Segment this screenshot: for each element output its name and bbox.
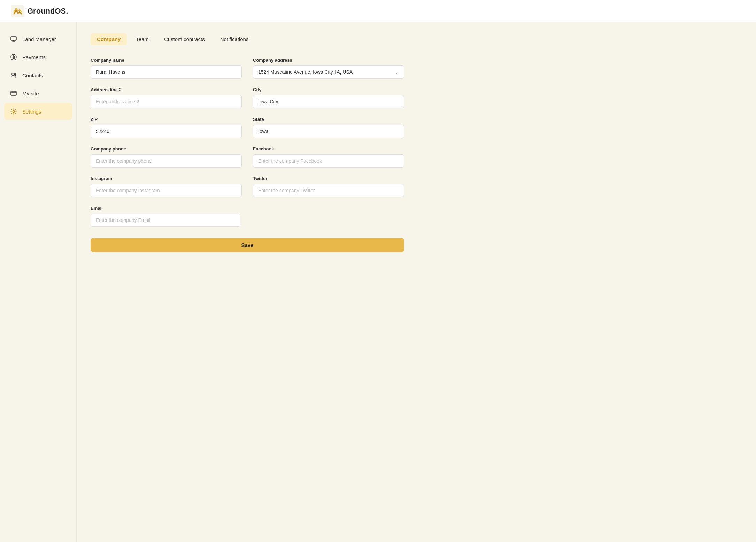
- logo: GroundOS.: [11, 5, 68, 17]
- chevron-down-icon: ⌄: [395, 69, 399, 75]
- instagram-label: Instagram: [91, 176, 242, 181]
- zip-input[interactable]: [91, 125, 242, 138]
- address-line2-group: Address line 2: [91, 87, 242, 108]
- settings-form: Company name Company address ⌄ Address l…: [91, 57, 404, 252]
- main-content: Company Team Custom contracts Notificati…: [77, 22, 756, 542]
- svg-point-6: [11, 92, 12, 92]
- company-address-input[interactable]: [258, 69, 395, 75]
- svg-point-4: [14, 73, 16, 75]
- svg-point-3: [12, 73, 14, 75]
- save-button[interactable]: Save: [91, 238, 404, 252]
- address-line2-label: Address line 2: [91, 87, 242, 92]
- twitter-group: Twitter: [253, 176, 404, 197]
- email-label: Email: [91, 206, 404, 211]
- tab-team[interactable]: Team: [130, 33, 155, 45]
- settings-icon: [10, 108, 17, 115]
- company-phone-input[interactable]: [91, 154, 242, 168]
- company-address-label: Company address: [253, 57, 404, 63]
- sidebar: Land Manager Payments Contac: [0, 22, 77, 542]
- email-group: Email: [91, 206, 404, 227]
- company-address-input-wrapper[interactable]: ⌄: [253, 65, 404, 79]
- layout: Land Manager Payments Contac: [0, 22, 756, 542]
- city-group: City: [253, 87, 404, 108]
- company-name-label: Company name: [91, 57, 242, 63]
- twitter-label: Twitter: [253, 176, 404, 181]
- instagram-input[interactable]: [91, 184, 242, 197]
- my-site-icon: [10, 90, 17, 97]
- sidebar-item-my-site[interactable]: My site: [4, 85, 72, 102]
- sidebar-label-contacts: Contacts: [22, 72, 43, 78]
- svg-point-8: [13, 111, 15, 113]
- company-phone-label: Company phone: [91, 146, 242, 152]
- zip-group: ZIP: [91, 117, 242, 138]
- city-input[interactable]: [253, 95, 404, 108]
- company-address-group: Company address ⌄: [253, 57, 404, 79]
- sidebar-item-payments[interactable]: Payments: [4, 49, 72, 65]
- tab-custom-contracts[interactable]: Custom contracts: [158, 33, 211, 45]
- tabs-bar: Company Team Custom contracts Notificati…: [91, 33, 742, 45]
- sidebar-item-contacts[interactable]: Contacts: [4, 67, 72, 84]
- city-label: City: [253, 87, 404, 92]
- company-name-group: Company name: [91, 57, 242, 79]
- tab-company[interactable]: Company: [91, 33, 127, 45]
- app-name: GroundOS.: [27, 7, 68, 16]
- state-group: State: [253, 117, 404, 138]
- sidebar-label-payments: Payments: [22, 54, 46, 60]
- zip-label: ZIP: [91, 117, 242, 122]
- instagram-group: Instagram: [91, 176, 242, 197]
- sidebar-item-settings[interactable]: Settings: [4, 103, 72, 120]
- facebook-label: Facebook: [253, 146, 404, 152]
- sidebar-label-my-site: My site: [22, 91, 39, 96]
- sidebar-label-settings: Settings: [22, 109, 41, 115]
- twitter-input[interactable]: [253, 184, 404, 197]
- svg-rect-1: [11, 37, 16, 40]
- monitor-icon: [10, 35, 17, 43]
- address-line2-input[interactable]: [91, 95, 242, 108]
- svg-rect-0: [11, 5, 24, 17]
- topbar: GroundOS.: [0, 0, 756, 22]
- save-button-wrapper: Save: [91, 235, 404, 252]
- tab-notifications[interactable]: Notifications: [214, 33, 255, 45]
- svg-point-7: [13, 92, 13, 92]
- contacts-icon: [10, 71, 17, 79]
- logo-icon: [11, 5, 24, 17]
- facebook-group: Facebook: [253, 146, 404, 168]
- sidebar-label-land-manager: Land Manager: [22, 36, 56, 42]
- company-phone-group: Company phone: [91, 146, 242, 168]
- state-input[interactable]: [253, 125, 404, 138]
- state-label: State: [253, 117, 404, 122]
- email-input[interactable]: [91, 214, 240, 227]
- sidebar-item-land-manager[interactable]: Land Manager: [4, 31, 72, 47]
- company-name-input[interactable]: [91, 65, 242, 79]
- payments-icon: [10, 53, 17, 61]
- facebook-input[interactable]: [253, 154, 404, 168]
